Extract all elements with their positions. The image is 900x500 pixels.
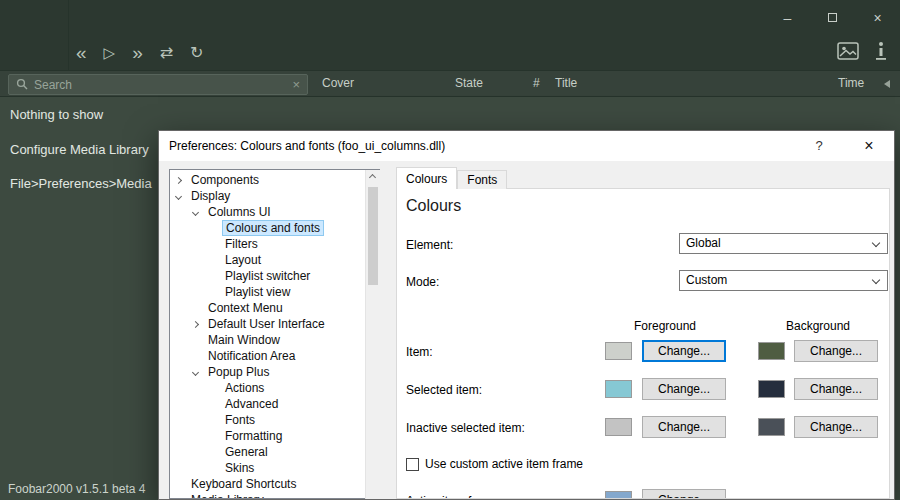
toolbar-right-group [837,35,888,71]
tree-scrollbar[interactable] [365,170,380,499]
next-button[interactable]: » [132,35,143,71]
background-swatch [758,380,785,398]
play-button[interactable]: ▷ [104,35,116,71]
expand-icon[interactable] [175,176,182,183]
maximize-icon [828,13,837,22]
tree-item-label: Display [188,189,233,203]
tree-item-context-menu[interactable]: Context Menu [170,300,379,316]
tab-strip: Colours Fonts [396,167,507,189]
column-header-title[interactable]: Title [555,76,577,90]
tree-item-general[interactable]: General [170,444,379,460]
tree-item-label: Keyboard Shortcuts [188,477,299,491]
tree-item-columns-ui[interactable]: Columns UI [170,204,379,220]
change-foreground-button[interactable]: Change... [642,489,726,499]
sort-direction-icon [884,80,890,88]
tree-item-colours-and-fonts[interactable]: Colours and fonts [170,220,379,236]
tree-item-display[interactable]: Display [170,188,379,204]
tree-item-advanced[interactable]: Advanced [170,396,379,412]
tree-item-default-user-interface[interactable]: Default User Interface [170,316,379,332]
tree-item-keyboard-shortcuts[interactable]: Keyboard Shortcuts [170,476,379,492]
tree-item-popup-plus[interactable]: Popup Plus [170,364,379,380]
shuffle-button[interactable]: ⇄ [160,35,173,71]
column-header-state[interactable]: State [455,76,483,90]
collapse-icon[interactable] [175,192,182,199]
column-header-number[interactable]: # [533,76,540,90]
colours-panel: Colours Element: Global Mode: Custom For… [396,188,890,499]
page-title: Colours [406,197,461,215]
checkbox-label: Use custom active item frame [425,457,583,471]
minimize-button[interactable]: – [765,0,810,35]
search-box[interactable]: × [8,74,308,95]
window-controls: – × [765,0,900,35]
tree-item-playlist-view[interactable]: Playlist view [170,284,379,300]
tree-item-label: Advanced [222,397,281,411]
collapse-icon[interactable] [175,496,182,499]
tree-item-notification-area[interactable]: Notification Area [170,348,379,364]
app-titlebar[interactable]: – × [0,0,900,35]
tab-colours[interactable]: Colours [396,167,457,189]
change-background-button[interactable]: Change... [794,378,878,400]
info-icon[interactable] [874,41,888,65]
change-foreground-button[interactable]: Change... [642,378,726,400]
empty-library-message: Nothing to show [10,107,103,122]
tree-item-media-library[interactable]: Media Library [170,492,379,499]
search-input[interactable] [34,78,292,92]
expand-icon[interactable] [192,320,199,327]
tree-item-label: Skins [222,461,257,475]
dialog-title: Preferences: Colours and fonts (foo_ui_c… [169,139,445,153]
maximize-button[interactable] [810,0,855,35]
configure-media-library-link[interactable]: Configure Media Library [10,142,149,157]
help-button[interactable]: ? [802,131,836,161]
tree-item-label: Components [188,173,262,187]
close-button[interactable]: × [855,0,900,35]
tree-item-playlist-switcher[interactable]: Playlist switcher [170,268,379,284]
tree-item-fonts[interactable]: Fonts [170,412,379,428]
column-header-time[interactable]: Time [838,76,864,90]
change-background-button[interactable]: Change... [794,416,878,438]
chevron-down-icon [872,276,880,284]
tab-fonts[interactable]: Fonts [457,170,507,189]
dialog-titlebar[interactable]: Preferences: Colours and fonts (foo_ui_c… [159,131,894,161]
playback-controls: « ▷ » ⇄ ↻ [76,35,204,71]
repeat-button[interactable]: ↻ [190,35,203,71]
tree-item-label: Media Library [188,493,267,499]
dialog-close-button[interactable]: × [852,131,886,161]
change-background-button[interactable]: Change... [794,340,878,362]
tree-item-label: Actions [222,381,267,395]
mode-label: Mode: [406,275,439,289]
tree-item-label: Colours and fonts [222,220,324,236]
search-icon [16,76,28,94]
change-foreground-button[interactable]: Change... [642,340,726,362]
colour-row-label: Inactive selected item: [406,421,525,435]
album-art-icon[interactable] [837,42,859,64]
previous-button[interactable]: « [76,35,87,71]
tree-item-components[interactable]: Components [170,172,379,188]
tree-item-label: Notification Area [205,349,298,363]
collapse-icon[interactable] [192,368,199,375]
tree-item-formatting[interactable]: Formatting [170,428,379,444]
colour-row-label: Item: [406,345,433,359]
change-foreground-button[interactable]: Change... [642,416,726,438]
collapse-icon[interactable] [192,208,199,215]
tree-item-label: Fonts [222,413,258,427]
tree-item-label: Filters [222,237,261,251]
tree-item-filters[interactable]: Filters [170,236,379,252]
tree-item-actions[interactable]: Actions [170,380,379,396]
preferences-hint-message: File>Preferences>Media [10,176,152,191]
clear-search-icon[interactable]: × [292,77,300,92]
tree-item-label: Default User Interface [205,317,328,331]
tree-item-main-window[interactable]: Main Window [170,332,379,348]
column-header-cover[interactable]: Cover [322,76,354,90]
tree-item-skins[interactable]: Skins [170,460,379,476]
colour-row-label: Selected item: [406,383,482,397]
chevron-down-icon [872,239,880,247]
tree-item-layout[interactable]: Layout [170,252,379,268]
scroll-up-icon[interactable] [369,174,376,181]
foobar2000-window: – × « ▷ » ⇄ ↻ Cover State # Title Time [0,0,900,500]
foreground-swatch [605,380,632,398]
element-dropdown[interactable]: Global [679,233,888,254]
custom-active-item-frame-checkbox[interactable] [406,458,419,471]
scrollbar-thumb[interactable] [368,187,378,285]
foreground-swatch [605,418,632,436]
mode-dropdown[interactable]: Custom [679,270,888,291]
